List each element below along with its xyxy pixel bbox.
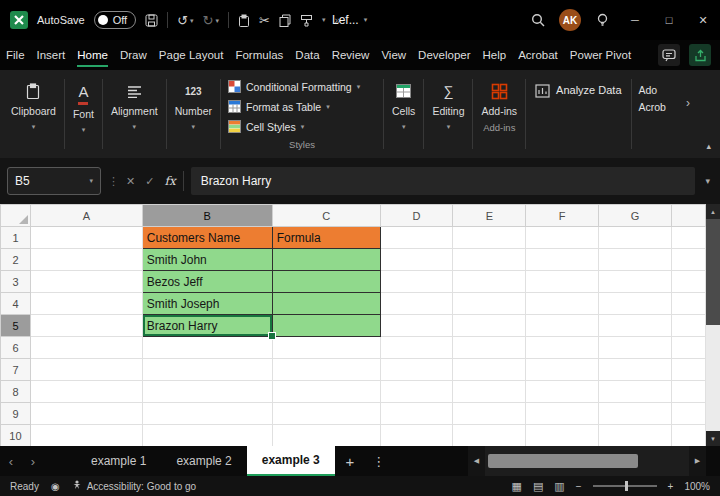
tab-developer[interactable]: Developer <box>412 40 476 70</box>
cell[interactable] <box>380 315 453 337</box>
cell-c5[interactable] <box>272 315 380 337</box>
search-icon[interactable] <box>522 0 554 40</box>
ribbon-group-cells[interactable]: Cells ▾ <box>385 70 422 158</box>
cell-b3[interactable]: Bezos Jeff <box>142 271 272 293</box>
cell[interactable] <box>380 293 453 315</box>
collapse-ribbon-button[interactable]: ▴ <box>706 141 711 151</box>
cell[interactable] <box>671 381 705 403</box>
cell[interactable] <box>380 249 453 271</box>
cell[interactable] <box>453 359 526 381</box>
redo-button[interactable]: ↻▾ <box>203 14 219 27</box>
cell-c1[interactable]: Formula <box>272 227 380 249</box>
cell-c2[interactable] <box>272 249 380 271</box>
cell-c4[interactable] <box>272 293 380 315</box>
tab-formulas[interactable]: Formulas <box>229 40 289 70</box>
cell[interactable] <box>599 227 672 249</box>
cell[interactable] <box>142 359 272 381</box>
view-normal-icon[interactable]: ▦ <box>512 480 522 493</box>
vertical-scrollbar[interactable]: ▲ ▼ <box>706 204 720 446</box>
cell-b2[interactable]: Smith John <box>142 249 272 271</box>
cell[interactable] <box>272 337 380 359</box>
cell[interactable] <box>671 403 705 425</box>
cell[interactable] <box>30 315 142 337</box>
cell[interactable] <box>30 425 142 447</box>
save-button[interactable] <box>145 14 158 27</box>
row-header-6[interactable]: 6 <box>1 337 31 359</box>
ribbon-group-number[interactable]: 123 Number ▾ <box>168 70 219 158</box>
cell[interactable] <box>599 293 672 315</box>
cell[interactable] <box>671 227 705 249</box>
cell[interactable] <box>272 381 380 403</box>
row-header-5[interactable]: 5 <box>1 315 31 337</box>
col-header-f[interactable]: F <box>526 205 599 227</box>
tab-insert[interactable]: Insert <box>31 40 72 70</box>
cell[interactable] <box>526 359 599 381</box>
ribbon-group-alignment[interactable]: Alignment ▾ <box>104 70 165 158</box>
cell[interactable] <box>526 403 599 425</box>
col-header-e[interactable]: E <box>453 205 526 227</box>
col-header-b[interactable]: B <box>142 205 272 227</box>
copy-button[interactable] <box>279 14 291 27</box>
sheet-tab-example-2[interactable]: example 2 <box>161 446 246 476</box>
cell[interactable] <box>453 425 526 447</box>
autosave-toggle[interactable]: Off <box>94 11 136 29</box>
row-header-9[interactable]: 9 <box>1 403 31 425</box>
col-header-a[interactable]: A <box>30 205 142 227</box>
active-cell-b5[interactable]: Brazon Harry <box>142 315 272 337</box>
col-header-c[interactable]: C <box>272 205 380 227</box>
cell[interactable] <box>453 315 526 337</box>
tab-power-pivot[interactable]: Power Pivot <box>564 40 637 70</box>
cell[interactable] <box>30 227 142 249</box>
tab-home[interactable]: Home <box>71 40 114 70</box>
tab-review[interactable]: Review <box>326 40 376 70</box>
col-header-g[interactable]: G <box>599 205 672 227</box>
format-painter-button[interactable] <box>300 14 313 27</box>
cell[interactable] <box>671 425 705 447</box>
scroll-down-icon[interactable]: ▼ <box>706 431 720 446</box>
tab-page-layout[interactable]: Page Layout <box>153 40 230 70</box>
horizontal-scrollbar[interactable]: ◀ ▶ <box>468 446 720 476</box>
maximize-button[interactable]: □ <box>652 0 686 40</box>
cell[interactable] <box>671 271 705 293</box>
tab-acrobat[interactable]: Acrobat <box>512 40 564 70</box>
tab-help[interactable]: Help <box>477 40 513 70</box>
tab-file[interactable]: File <box>0 40 31 70</box>
zoom-out-button[interactable]: − <box>576 481 582 492</box>
cell[interactable] <box>671 249 705 271</box>
cell[interactable] <box>30 249 142 271</box>
cell[interactable] <box>30 337 142 359</box>
cell[interactable] <box>380 271 453 293</box>
row-header-3[interactable]: 3 <box>1 271 31 293</box>
conditional-formatting-button[interactable]: Conditional Formatting ▾ <box>228 77 376 97</box>
accessibility-status[interactable]: Accessibility: Good to go <box>72 480 197 492</box>
select-all-corner[interactable] <box>1 205 31 227</box>
view-page-layout-icon[interactable]: ▤ <box>533 480 543 493</box>
cell[interactable] <box>142 381 272 403</box>
tab-view[interactable]: View <box>375 40 412 70</box>
cell[interactable] <box>526 425 599 447</box>
horizontal-scrollbar-track[interactable] <box>485 446 689 476</box>
undo-button[interactable]: ↺▾ <box>177 14 193 27</box>
account-button[interactable]: AK <box>554 0 586 40</box>
row-header-4[interactable]: 4 <box>1 293 31 315</box>
cell[interactable] <box>453 271 526 293</box>
ribbon-overflow-button[interactable]: › <box>686 96 690 110</box>
cell[interactable] <box>599 359 672 381</box>
row-header-7[interactable]: 7 <box>1 359 31 381</box>
qat-dropdown-button[interactable]: ▾ <box>322 16 326 24</box>
cell[interactable] <box>453 337 526 359</box>
paste-button[interactable] <box>238 14 250 27</box>
cell[interactable] <box>671 337 705 359</box>
cell[interactable] <box>272 425 380 447</box>
cell[interactable] <box>599 271 672 293</box>
cell[interactable] <box>526 271 599 293</box>
row-header-2[interactable]: 2 <box>1 249 31 271</box>
cell[interactable] <box>30 403 142 425</box>
ribbon-group-clipboard[interactable]: Clipboard ▾ <box>4 70 63 158</box>
cell[interactable] <box>380 425 453 447</box>
sheet-tab-example-1[interactable]: example 1 <box>76 446 161 476</box>
cell[interactable] <box>380 227 453 249</box>
lightbulb-icon[interactable] <box>586 0 618 40</box>
share-icon[interactable] <box>689 44 711 66</box>
expand-formula-bar-button[interactable]: ▾ <box>702 176 713 186</box>
